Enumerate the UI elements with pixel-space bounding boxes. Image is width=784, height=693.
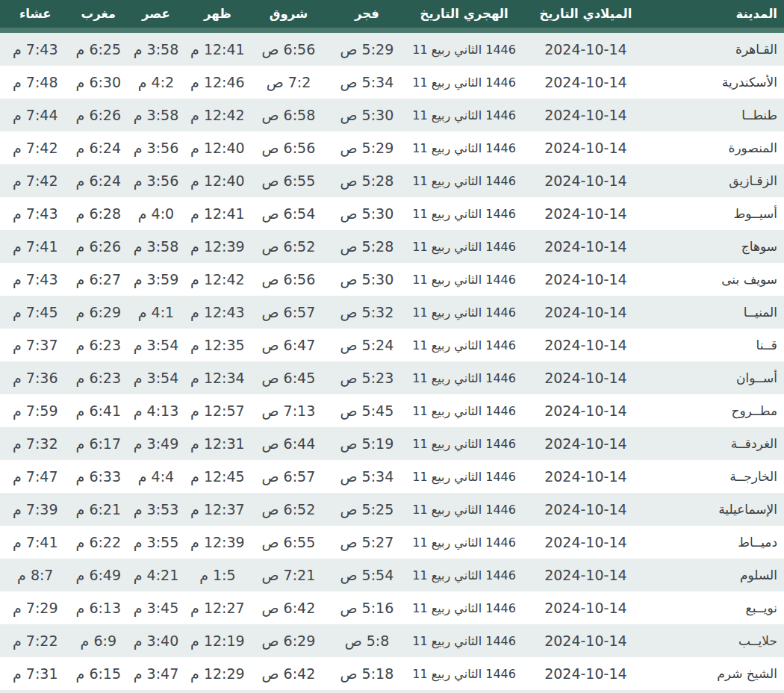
cell-asr: 4:13 م bbox=[126, 394, 186, 427]
cell-isha: 7:22 م bbox=[0, 624, 71, 657]
cell-gregorian: 2024-10-14 bbox=[522, 591, 649, 624]
cell-sunrise: 6:57 ص bbox=[249, 460, 328, 493]
prayer-times-table: المدينةالتاريخ الميلاديالتاريخ الهجريفجر… bbox=[0, 0, 784, 693]
cell-city: الإسماعيلية bbox=[649, 493, 784, 526]
cell-dhuhr: 12:45 م bbox=[186, 460, 249, 493]
column-header-sunrise: شروق bbox=[249, 0, 328, 31]
cell-asr: 3:58 م bbox=[126, 99, 186, 131]
cell-sunrise: 6:55 ص bbox=[249, 526, 328, 559]
cell-isha: 7:42 م bbox=[0, 164, 71, 197]
cell-fajr: 5:28 ص bbox=[328, 230, 406, 263]
cell-asr: 3:56 م bbox=[126, 164, 186, 197]
cell-isha: 7:43 م bbox=[0, 197, 71, 230]
cell-isha: 8:7 م bbox=[0, 559, 71, 591]
cell-asr: 3:49 م bbox=[126, 427, 186, 460]
column-header-asr: عصر bbox=[126, 0, 186, 31]
cell-dhuhr: 12:39 م bbox=[186, 526, 249, 559]
cell-hijri: 11 ربيع الثاني 1446 bbox=[406, 526, 522, 559]
cell-gregorian: 2024-10-14 bbox=[522, 460, 649, 493]
column-header-fajr: فجر bbox=[328, 0, 406, 31]
cell-sunrise: 6:47 ص bbox=[249, 329, 328, 361]
cell-hijri: 11 ربيع الثاني 1446 bbox=[406, 394, 522, 427]
cell-city: مطــروح bbox=[649, 394, 784, 427]
cell-asr: 4:21 م bbox=[126, 559, 186, 591]
cell-fajr: 5:30 ص bbox=[328, 263, 406, 296]
cell-maghrib: 6:49 م bbox=[71, 559, 127, 591]
table-row: مطــروح2024-10-1411 ربيع الثاني 14465:45… bbox=[0, 394, 784, 427]
cell-dhuhr: 12:34 م bbox=[186, 361, 249, 394]
cell-city: شرم الشيخ bbox=[649, 657, 784, 690]
cell-dhuhr: 12:46 م bbox=[186, 66, 249, 99]
cell-sunrise: 6:56 ص bbox=[249, 263, 328, 296]
cell-gregorian: 2024-10-14 bbox=[522, 296, 649, 329]
cell-maghrib: 6:9 م bbox=[71, 624, 127, 657]
cell-hijri: 11 ربيع الثاني 1446 bbox=[406, 164, 522, 197]
cell-sunrise: 6:58 ص bbox=[249, 99, 328, 131]
cell-asr: 3:58 م bbox=[126, 31, 186, 66]
cell-maghrib: 6:26 م bbox=[71, 230, 127, 263]
cell-hijri: 11 ربيع الثاني 1446 bbox=[406, 131, 522, 164]
cell-city: أسيــوط bbox=[649, 197, 784, 230]
cell-maghrib: 6:33 م bbox=[71, 460, 127, 493]
cell-isha: 7:45 م bbox=[0, 296, 71, 329]
table-row: أســوان2024-10-1411 ربيع الثاني 14465:23… bbox=[0, 361, 784, 394]
cell-fajr: 5:28 ص bbox=[328, 164, 406, 197]
cell-city: الأسكندرية bbox=[649, 66, 784, 99]
cell-isha: 7:43 م bbox=[0, 31, 71, 66]
cell-gregorian: 2024-10-14 bbox=[522, 66, 649, 99]
cell-isha: 7:37 م bbox=[0, 329, 71, 361]
cell-maghrib: 6:27 م bbox=[71, 263, 127, 296]
cell-gregorian: 2024-10-14 bbox=[522, 263, 649, 296]
cell-fajr: 5:25 ص bbox=[328, 493, 406, 526]
prayer-times-page: المدينةالتاريخ الميلاديالتاريخ الهجريفجر… bbox=[0, 0, 784, 693]
cell-city: طنطــا bbox=[649, 99, 784, 131]
cell-maghrib: 6:23 م bbox=[71, 361, 127, 394]
cell-sunrise: 6:54 ص bbox=[249, 197, 328, 230]
cell-hijri: 11 ربيع الثاني 1446 bbox=[406, 31, 522, 66]
table-row: قــنا2024-10-1411 ربيع الثاني 14465:24 ص… bbox=[0, 329, 784, 361]
cell-maghrib: 6:23 م bbox=[71, 329, 127, 361]
table-row: الغردقــة2024-10-1411 ربيع الثاني 14465:… bbox=[0, 427, 784, 460]
table-row: طنطــا2024-10-1411 ربيع الثاني 14465:30 … bbox=[0, 99, 784, 131]
cell-dhuhr: 12:35 م bbox=[186, 329, 249, 361]
cell-asr: 4:0 م bbox=[126, 197, 186, 230]
cell-hijri: 11 ربيع الثاني 1446 bbox=[406, 263, 522, 296]
table-row: الزقـازيق2024-10-1411 ربيع الثاني 14465:… bbox=[0, 164, 784, 197]
cell-hijri: 11 ربيع الثاني 1446 bbox=[406, 99, 522, 131]
cell-fajr: 5:54 ص bbox=[328, 559, 406, 591]
cell-isha: 7:43 م bbox=[0, 263, 71, 296]
cell-maghrib: 6:30 م bbox=[71, 66, 127, 99]
cell-maghrib: 6:22 م bbox=[71, 526, 127, 559]
column-header-city: المدينة bbox=[649, 0, 784, 31]
cell-fajr: 5:34 ص bbox=[328, 66, 406, 99]
cell-hijri: 11 ربيع الثاني 1446 bbox=[406, 329, 522, 361]
cell-isha: 7:42 م bbox=[0, 131, 71, 164]
cell-sunrise: 6:29 ص bbox=[249, 624, 328, 657]
cell-hijri: 11 ربيع الثاني 1446 bbox=[406, 657, 522, 690]
cell-city: سوهاج bbox=[649, 230, 784, 263]
cell-city: المنيــا bbox=[649, 296, 784, 329]
cell-fajr: 5:27 ص bbox=[328, 526, 406, 559]
cell-dhuhr: 12:42 م bbox=[186, 263, 249, 296]
cell-maghrib: 6:25 م bbox=[71, 31, 127, 66]
cell-dhuhr: 12:41 م bbox=[186, 31, 249, 66]
table-row: دميــاط2024-10-1411 ربيع الثاني 14465:27… bbox=[0, 526, 784, 559]
cell-isha: 7:41 م bbox=[0, 526, 71, 559]
table-row: السلوم2024-10-1411 ربيع الثاني 14465:54 … bbox=[0, 559, 784, 591]
cell-sunrise-empty bbox=[249, 690, 328, 693]
cell-gregorian: 2024-10-14 bbox=[522, 427, 649, 460]
cell-isha: 7:47 م bbox=[0, 460, 71, 493]
cell-asr: 3:55 م bbox=[126, 526, 186, 559]
cell-maghrib: 6:17 م bbox=[71, 427, 127, 460]
cell-gregorian: 2024-10-14 bbox=[522, 559, 649, 591]
table-row: الإسماعيلية2024-10-1411 ربيع الثاني 1446… bbox=[0, 493, 784, 526]
cell-hijri: 11 ربيع الثاني 1446 bbox=[406, 493, 522, 526]
cell-hijri: 11 ربيع الثاني 1446 bbox=[406, 427, 522, 460]
cell-dhuhr: 12:37 م bbox=[186, 493, 249, 526]
cell-dhuhr: 12:40 م bbox=[186, 131, 249, 164]
table-row: أسيــوط2024-10-1411 ربيع الثاني 14465:30… bbox=[0, 197, 784, 230]
cell-sunrise: 6:56 ص bbox=[249, 131, 328, 164]
cell-dhuhr: 12:57 م bbox=[186, 394, 249, 427]
cell-dhuhr: 12:19 م bbox=[186, 624, 249, 657]
cell-isha: 7:36 م bbox=[0, 361, 71, 394]
